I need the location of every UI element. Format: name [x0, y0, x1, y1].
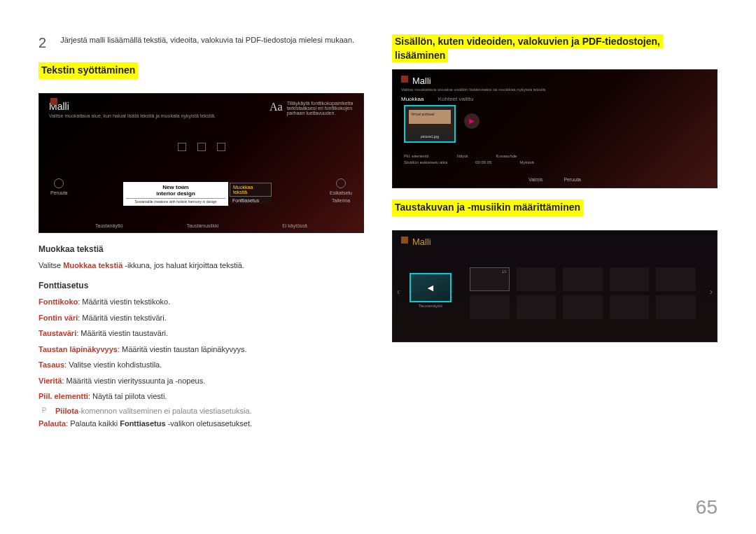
textbox-line1: New town [126, 184, 225, 190]
save-label: Tallenna [330, 198, 352, 203]
context-menu: Muokkaa tekstiä Fonttiasetus [230, 183, 272, 204]
bg-option[interactable] [517, 295, 556, 319]
element-icon[interactable] [178, 143, 186, 151]
bg-option[interactable] [563, 295, 603, 319]
arrow-right-icon[interactable]: › [710, 287, 713, 297]
page-number: 65 [696, 496, 718, 519]
ss2-subtitle: Valitse muokattava sivualue sisällön lis… [393, 87, 717, 96]
txt: Valitse [38, 261, 63, 269]
def-val: : Määritä viestin taustan läpinäkyvyys. [118, 345, 247, 353]
heading-add-content-l1: Sisällön, kuten videoiden, valokuvien ja… [392, 34, 663, 48]
def-key: Palauta [38, 419, 66, 428]
txt-strong: Muokkaa tekstiä [63, 261, 122, 269]
cancel-label: Peruuta [50, 190, 68, 195]
textbox-line3: Sustainable creations with holistic harm… [126, 198, 225, 204]
selected-thumbnail[interactable]: Virtual pothead picture1.jpg [404, 105, 456, 143]
current-bg-thumbnail[interactable] [410, 273, 451, 302]
note-rest: -komennon valitseminen ei palauta viesti… [78, 407, 252, 415]
done-button[interactable]: Valmis [528, 177, 542, 182]
heading-bg-settings: Taustakuvan ja -musiikin määrittäminen [392, 199, 583, 216]
bg-option[interactable] [563, 267, 603, 291]
screenshot-text-editor: Malli Valitse muokattava alue, kun halua… [38, 93, 364, 233]
editable-text-box[interactable]: New town interior design Sustainable cre… [123, 182, 228, 206]
note-text: Piilota-komennon valitseminen ei palauta… [55, 407, 252, 415]
bg-thumbnail-grid: 1/1 [470, 267, 696, 319]
txt: -ikkuna, jos haluat kirjoittaa tekstiä. [122, 261, 244, 269]
def-key: Fonttikoko [38, 297, 78, 306]
meta-label: Näytä [457, 154, 468, 158]
aa-icon: Aa [270, 101, 283, 113]
app-icon [401, 237, 408, 244]
aa-desc: Tilläykäytä fonttikokopainiketta tarkist… [287, 101, 354, 115]
thumb-content: Virtual pothead [409, 110, 451, 124]
current-bg-label: Taustanäyttö [410, 304, 451, 308]
undo-icon [54, 178, 64, 188]
bottom-tabs: Taustanäyttö Taustamusiikki Ei käytössä [95, 223, 307, 228]
p-edit-text: Valitse Muokkaa tekstiä -ikkuna, jos hal… [38, 260, 364, 272]
def-val: : Palauta kaikki [66, 419, 120, 428]
app-icon [50, 98, 57, 105]
def-val: -valikon oletusasetukset. [166, 419, 253, 428]
cancel-button[interactable]: Peruuta [564, 177, 581, 182]
cancel-action[interactable]: Peruuta [50, 178, 68, 203]
def-key: Fontin väri [38, 314, 78, 322]
ss2-title: Malli [393, 70, 717, 87]
def-key: Tasaus [38, 360, 64, 369]
play-icon[interactable]: ▶ [464, 113, 479, 129]
tab-background[interactable]: Taustanäyttö [95, 223, 123, 228]
preview-save-action[interactable]: Esikatselu Tallenna [330, 178, 352, 203]
preview-icon [336, 178, 346, 188]
meta-label: Piil. elementti [404, 154, 429, 158]
def-val: : Määritä viestin tekstikoko. [78, 297, 170, 306]
def-val-strong: Fonttiasetus [120, 419, 165, 428]
meta-label: Sisällön esikatselu aika [404, 160, 447, 164]
bg-option[interactable] [610, 267, 650, 291]
bg-option[interactable] [610, 295, 650, 319]
thumb-filename: picture1.jpg [408, 134, 451, 139]
menu-item-font-settings[interactable]: Fonttiasetus [230, 197, 272, 204]
def-val: : Näytä tai piilota viesti. [88, 392, 167, 400]
font-size-hint: Aa Tilläykäytä fonttikokopainiketta tark… [270, 101, 354, 115]
bg-option[interactable] [470, 295, 510, 319]
screenshot-content-editor: Malli Valitse muokattava sivualue sisäll… [392, 69, 718, 188]
element-icon[interactable] [197, 143, 206, 151]
meta-label: Mykistä [519, 160, 533, 164]
arrow-left-icon[interactable]: ‹ [397, 287, 400, 297]
bg-option[interactable] [656, 267, 696, 291]
def-val: : Valitse viestin kohdistustila. [64, 360, 162, 369]
center-icons [178, 143, 225, 151]
heading-add-content-l2: lisääminen [392, 48, 448, 62]
bg-option[interactable] [656, 295, 696, 319]
step-number: 2 [38, 35, 46, 51]
definition-list: Fonttikoko: Määritä viestin tekstikoko. … [38, 296, 364, 429]
def-val: : Määritä viestin taustaväri. [76, 329, 168, 337]
menu-item-edit-text[interactable]: Muokkaa tekstiä [230, 183, 272, 197]
def-item: Tasaus: Valitse viestin kohdistustila. [38, 359, 364, 371]
def-key: Taustan läpinäkyvyys [38, 345, 118, 353]
tab-bgmusic[interactable]: Taustamusiikki [187, 223, 219, 228]
note-strong: Piilota [55, 407, 78, 415]
def-item: Fontin väri: Määritä viestin tekstiväri. [38, 312, 364, 324]
bg-option[interactable] [517, 267, 556, 291]
def-item: Taustan läpinäkyvyys: Määritä viestin ta… [38, 344, 364, 356]
right-column: Sisällön, kuten videoiden, valokuvien ja… [392, 35, 718, 433]
subheading-edit-text: Muokkaa tekstiä [38, 244, 364, 254]
metadata-rows: Piil. elementti Näytä Kuvasuhde Sisällön… [404, 154, 706, 167]
dialog-buttons: Valmis Peruuta [393, 177, 717, 182]
meta-label: Kuvasuhde [496, 154, 517, 158]
def-item: Vieritä: Määritä viestin vierityssuunta … [38, 375, 364, 387]
def-key: Vieritä [38, 377, 62, 385]
tab-disabled[interactable]: Ei käytössä [282, 223, 307, 228]
def-item: Piil. elementti: Näytä tai piilota viest… [38, 391, 364, 402]
preview-label: Esikatselu [330, 190, 352, 195]
heading-text-input: Tekstin syöttäminen [38, 62, 138, 79]
element-icon[interactable] [217, 143, 225, 151]
def-key: Taustaväri [38, 329, 76, 337]
tab-edit[interactable]: Muokkaa [401, 96, 424, 102]
app-icon [401, 76, 408, 83]
thumb-badge: 1/1 [502, 269, 507, 274]
def-item: Fonttikoko: Määritä viestin tekstikoko. [38, 296, 364, 308]
tab-selected[interactable]: Kohteet valittu [438, 96, 474, 102]
bg-option[interactable]: 1/1 [470, 267, 510, 291]
def-key: Piil. elementti [38, 392, 88, 400]
